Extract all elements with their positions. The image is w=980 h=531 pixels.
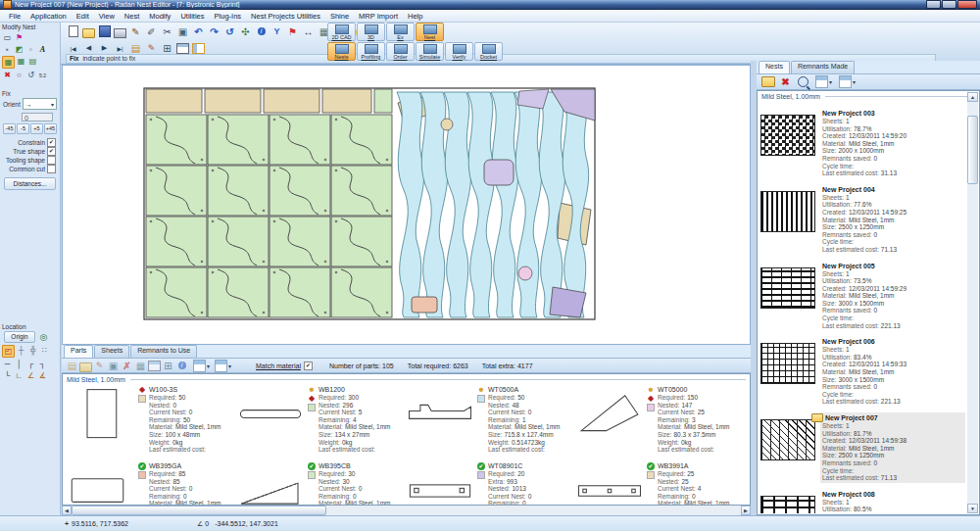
location-tool-icon[interactable] bbox=[16, 345, 26, 356]
preview-zoom-icon[interactable] bbox=[798, 76, 808, 87]
angle-step-button[interactable]: -5 bbox=[17, 123, 29, 134]
menu-item[interactable]: Shine bbox=[325, 11, 354, 22]
toolbar-icon[interactable] bbox=[81, 24, 96, 38]
toolbar-icon[interactable] bbox=[128, 24, 143, 38]
workflow-button-top[interactable]: Nest bbox=[416, 23, 444, 41]
nest-view-dropdown[interactable] bbox=[815, 75, 832, 88]
part-card[interactable]: WB395GA Required:85 Nested:85 Current Ne… bbox=[67, 461, 236, 506]
location-tool-icon[interactable] bbox=[2, 359, 13, 369]
parts-toolbar-icon[interactable] bbox=[93, 359, 106, 372]
modify-tool-icon[interactable] bbox=[2, 70, 13, 80]
modify-tool-icon[interactable] bbox=[14, 70, 24, 80]
parts-panel-tab[interactable]: Parts bbox=[64, 345, 93, 358]
toolbar-icon[interactable] bbox=[144, 41, 159, 55]
menu-item[interactable]: File bbox=[4, 11, 25, 22]
modify-tool-icon[interactable] bbox=[2, 32, 13, 43]
scroll-right-button[interactable] bbox=[741, 506, 751, 515]
menu-item[interactable]: Utilities bbox=[175, 11, 209, 22]
toolbar-icon[interactable] bbox=[160, 24, 174, 38]
match-material-checkbox[interactable] bbox=[304, 362, 313, 370]
toolbar-icon[interactable] bbox=[222, 24, 237, 38]
fix-option-checkbox[interactable] bbox=[47, 156, 56, 165]
scroll-left-button[interactable] bbox=[62, 506, 72, 515]
toolbar-icon[interactable] bbox=[128, 41, 143, 55]
workflow-button-top[interactable]: 2D CAD bbox=[327, 23, 356, 41]
toolbar-icon[interactable] bbox=[97, 24, 112, 38]
nest-sort-dropdown[interactable] bbox=[839, 75, 856, 88]
part-card[interactable]: WT05000 Required:150 Nested:147 Current … bbox=[575, 385, 745, 461]
workflow-button-bottom[interactable]: Docket bbox=[474, 42, 503, 61]
workflow-button-bottom[interactable]: Order bbox=[386, 42, 415, 61]
nest-entry[interactable]: New Project 006 Sheets:1 Utilisation:83.… bbox=[759, 333, 967, 410]
modify-tool-icon[interactable] bbox=[37, 70, 48, 80]
modify-tool-icon[interactable] bbox=[2, 56, 15, 69]
toolbar-icon[interactable] bbox=[160, 41, 174, 55]
menu-item[interactable]: Nest Projects Utilities bbox=[246, 11, 325, 22]
toolbar-icon[interactable] bbox=[97, 41, 112, 55]
modify-tool-icon[interactable] bbox=[37, 44, 48, 55]
workflow-button-bottom[interactable]: Profiling bbox=[357, 42, 385, 61]
maximize-button[interactable] bbox=[942, 0, 956, 9]
modify-tool-icon[interactable] bbox=[14, 44, 24, 55]
location-tool-icon[interactable] bbox=[25, 359, 36, 369]
fix-option-checkbox[interactable] bbox=[47, 165, 56, 173]
modify-tool-icon[interactable] bbox=[2, 44, 13, 55]
part-card[interactable]: WB1200 Required:300 Nested:296 Current N… bbox=[236, 385, 406, 461]
view-mode-dropdown[interactable] bbox=[193, 360, 210, 372]
toolbar-icon[interactable] bbox=[207, 24, 221, 38]
close-button[interactable] bbox=[957, 0, 977, 9]
scroll-up-button[interactable] bbox=[967, 92, 978, 102]
menu-item[interactable]: Modify bbox=[144, 11, 175, 22]
part-card[interactable]: WB3991A Required:25 Nested:25 Current Ne… bbox=[575, 461, 745, 506]
toolbar-icon[interactable] bbox=[254, 24, 269, 38]
angle-input[interactable]: 0 bbox=[22, 113, 53, 121]
parts-toolbar-icon[interactable] bbox=[134, 359, 147, 372]
menu-item[interactable]: View bbox=[94, 11, 120, 22]
parts-toolbar-icon[interactable] bbox=[107, 359, 120, 372]
scroll-down-button[interactable] bbox=[967, 504, 978, 513]
nest-entry[interactable]: New Project 004 Sheets:1 Utilisation:77.… bbox=[759, 181, 967, 258]
toolbar-icon[interactable] bbox=[66, 24, 80, 38]
parts-toolbar-icon[interactable] bbox=[121, 359, 133, 372]
workflow-button-top[interactable]: Ex bbox=[386, 23, 415, 41]
menu-item[interactable]: Nest bbox=[120, 11, 144, 22]
nest-canvas[interactable] bbox=[62, 65, 751, 345]
parts-toolbar-icon[interactable] bbox=[148, 359, 161, 372]
scrollbar-thumb[interactable] bbox=[72, 506, 326, 515]
menu-item[interactable]: Edit bbox=[72, 11, 94, 22]
minimize-button[interactable] bbox=[926, 0, 941, 9]
part-card[interactable]: WT0500A Required:50 Nested:48 Current Ne… bbox=[406, 385, 575, 461]
modify-tool-icon[interactable] bbox=[27, 56, 38, 67]
toolbar-icon[interactable] bbox=[175, 24, 190, 38]
distances-button[interactable]: Distances... bbox=[4, 177, 56, 190]
nest-entry[interactable]: New Project 003 Sheets:1 Utilisation:78.… bbox=[759, 105, 967, 181]
nests-panel-tab[interactable]: Remnants Made bbox=[791, 61, 855, 73]
modify-tool-icon[interactable] bbox=[25, 70, 36, 80]
horizontal-scrollbar[interactable] bbox=[62, 506, 751, 515]
modify-tool-icon[interactable] bbox=[14, 32, 24, 43]
orient-select[interactable]: → bbox=[23, 98, 57, 110]
parts-toolbar-icon[interactable] bbox=[79, 359, 92, 372]
menu-item[interactable]: MRP Import bbox=[354, 11, 403, 22]
parts-toolbar-icon[interactable] bbox=[175, 359, 188, 372]
delete-nest-icon[interactable] bbox=[778, 75, 793, 89]
angle-step-button[interactable]: +5 bbox=[30, 123, 43, 134]
location-tool-icon[interactable] bbox=[25, 370, 36, 381]
parts-panel-tab[interactable]: Sheets bbox=[94, 345, 129, 358]
workflow-button-bottom[interactable]: Simulate bbox=[416, 42, 444, 61]
nest-entry[interactable]: New Project 005 Sheets:1 Utilisation:73.… bbox=[759, 258, 967, 334]
toolbar-icon[interactable] bbox=[270, 24, 284, 38]
open-nest-icon[interactable] bbox=[760, 75, 775, 89]
workflow-button-bottom[interactable]: Verify bbox=[445, 42, 473, 61]
toolbar-icon[interactable] bbox=[301, 24, 316, 38]
nests-panel-tab[interactable]: Nests bbox=[759, 61, 790, 73]
toolbar-icon[interactable] bbox=[81, 41, 96, 55]
workflow-button-top[interactable]: 3D bbox=[357, 23, 385, 41]
modify-tool-icon[interactable] bbox=[25, 44, 36, 55]
part-card[interactable]: W100-3S Required:50 Nested:0 Current Nes… bbox=[67, 385, 236, 461]
menu-item[interactable]: Plug-Ins bbox=[210, 11, 247, 22]
angle-step-button[interactable]: -45 bbox=[3, 123, 16, 134]
fix-option-checkbox[interactable] bbox=[47, 147, 56, 156]
toolbar-icon[interactable] bbox=[191, 24, 206, 38]
menu-item[interactable]: Help bbox=[403, 11, 427, 22]
